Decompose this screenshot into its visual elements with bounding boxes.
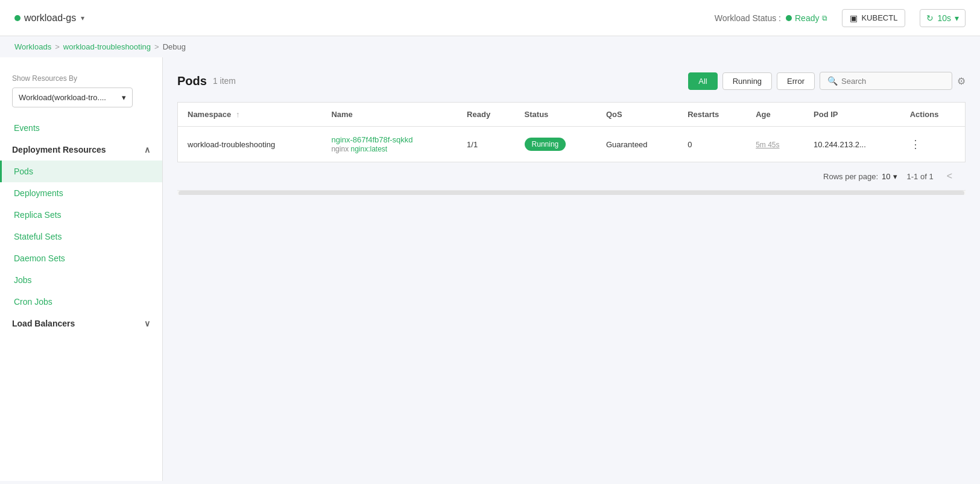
scrollbar-track[interactable] [179, 191, 964, 195]
cell-actions: ⋮ [900, 127, 966, 162]
sidebar-item-deployments[interactable]: Deployments [0, 182, 162, 204]
pods-title: Pods 1 item [177, 74, 236, 88]
breadcrumb-workload-name[interactable]: workload-troubleshooting [63, 42, 151, 51]
breadcrumb-current: Debug [163, 42, 186, 51]
workload-status-container: Workload Status : Ready ⧉ [715, 13, 828, 23]
pod-name-cell: nginx-867f4fb78f-sqkkd nginx nginx:lates… [331, 135, 447, 153]
pod-name-link[interactable]: nginx-867f4fb78f-sqkkd [331, 135, 413, 144]
refresh-interval: 10s [937, 13, 951, 23]
pods-table-body: workload-troubleshooting nginx-867f4fb78… [178, 127, 966, 162]
filter-select-value: Workload(workload-tro.... [19, 93, 106, 102]
sidebar-replica-sets-label: Replica Sets [14, 210, 62, 220]
sidebar-events-label: Events [14, 123, 40, 133]
page-info: 1-1 of 1 [907, 172, 934, 181]
filter-select[interactable]: Workload(workload-tro.... ▾ [12, 88, 133, 107]
col-qos: QoS [596, 103, 678, 127]
sidebar-stateful-sets-label: Stateful Sets [14, 232, 62, 241]
rows-per-page-label: Rows per page: [823, 172, 878, 181]
chevron-down-icon: ▾ [81, 14, 84, 22]
status-ready-text: Ready [795, 13, 819, 23]
sidebar-item-replica-sets[interactable]: Replica Sets [0, 204, 162, 226]
pods-table-head: Namespace ↑ Name Ready Status QoS Restar… [178, 103, 966, 127]
filter-select-chevron: ▾ [122, 93, 126, 102]
status-ready-dot [786, 15, 792, 21]
terminal-icon: ▣ [850, 13, 858, 23]
sidebar-deployments-label: Deployments [14, 188, 63, 198]
col-restarts: Restarts [678, 103, 746, 127]
refresh-icon: ↻ [926, 13, 934, 23]
pagination: Rows per page: 10 ▾ 1-1 of 1 < [177, 162, 966, 190]
scrollbar-area[interactable] [177, 190, 966, 195]
sidebar: Show Resources By Workload(workload-tro.… [0, 57, 163, 481]
col-actions: Actions [900, 103, 966, 127]
refresh-chevron-icon: ▾ [955, 13, 959, 23]
search-icon: 🔍 [827, 76, 838, 86]
workload-selector[interactable]: workload-gs ▾ [14, 13, 84, 24]
top-bar-left: workload-gs ▾ [14, 13, 84, 24]
kubectl-button[interactable]: ▣ KUBECTL [842, 9, 905, 27]
settings-icon[interactable]: ⚙ [957, 75, 966, 87]
col-name: Name [321, 103, 457, 127]
filter-running-button[interactable]: Running [722, 72, 772, 90]
sort-namespace-icon[interactable]: ↑ [236, 110, 240, 119]
search-box: 🔍 [820, 72, 952, 90]
filter-box: Show Resources By Workload(workload-tro.… [0, 67, 162, 117]
pods-table: Namespace ↑ Name Ready Status QoS Restar… [177, 102, 966, 162]
cell-pod-ip: 10.244.213.2... [804, 127, 900, 162]
load-balancers-label: Load Balancers [12, 319, 75, 328]
workload-name: workload-gs [24, 13, 76, 24]
sidebar-item-daemon-sets[interactable]: Daemon Sets [0, 247, 162, 269]
main-layout: Show Resources By Workload(workload-tro.… [0, 57, 980, 481]
cell-name: nginx-867f4fb78f-sqkkd nginx nginx:lates… [321, 127, 457, 162]
rows-per-page-value: 10 [882, 172, 890, 181]
table-row: workload-troubleshooting nginx-867f4fb78… [178, 127, 966, 162]
collapse-icon: ∧ [144, 145, 150, 154]
pods-count: 1 item [213, 76, 236, 86]
ready-value: 1/1 [467, 140, 478, 149]
breadcrumb-sep-1: > [55, 42, 60, 51]
rows-select-chevron: ▾ [893, 172, 897, 181]
refresh-button[interactable]: ↻ 10s ▾ [920, 9, 966, 27]
sidebar-item-pods[interactable]: Pods [0, 161, 162, 182]
table-header-row: Namespace ↑ Name Ready Status QoS Restar… [178, 103, 966, 127]
col-age: Age [746, 103, 804, 127]
sidebar-load-balancers-header[interactable]: Load Balancers ∨ [0, 313, 162, 334]
kubectl-label: KUBECTL [861, 13, 897, 22]
col-namespace: Namespace ↑ [178, 103, 322, 127]
search-input[interactable] [841, 77, 944, 86]
rows-per-page: Rows per page: 10 ▾ [823, 172, 897, 181]
pods-heading: Pods [177, 74, 207, 88]
expand-icon: ∨ [144, 319, 150, 328]
page-prev-button[interactable]: < [943, 170, 956, 183]
workload-status-dot [14, 15, 21, 21]
namespace-value: workload-troubleshooting [188, 140, 275, 149]
col-ready: Ready [457, 103, 514, 127]
pod-image-prefix: nginx [331, 145, 350, 153]
pods-header: Pods 1 item All Running Error 🔍 ⚙ [177, 72, 966, 90]
filter-all-button[interactable]: All [688, 72, 717, 90]
cell-age: 5m 45s [746, 127, 804, 162]
top-bar: workload-gs ▾ Workload Status : Ready ⧉ … [0, 0, 980, 36]
deployment-resources-label: Deployment Resources [12, 145, 106, 154]
pods-filters: All Running Error 🔍 ⚙ [688, 72, 966, 90]
actions-menu-button[interactable]: ⋮ [910, 138, 921, 150]
sidebar-item-cron-jobs[interactable]: Cron Jobs [0, 291, 162, 313]
breadcrumb: Workloads > workload-troubleshooting > D… [0, 36, 980, 57]
sidebar-item-events[interactable]: Events [0, 117, 162, 139]
pod-ip-value: 10.244.213.2... [814, 140, 866, 149]
content-area: Pods 1 item All Running Error 🔍 ⚙ Namesp… [163, 57, 980, 481]
sidebar-deployment-resources-header[interactable]: Deployment Resources ∧ [0, 139, 162, 161]
sidebar-item-stateful-sets[interactable]: Stateful Sets [0, 226, 162, 247]
top-bar-right: Workload Status : Ready ⧉ ▣ KUBECTL ↻ 10… [715, 9, 966, 27]
age-value[interactable]: 5m 45s [756, 141, 779, 149]
rows-per-page-select[interactable]: 10 ▾ [882, 172, 897, 181]
qos-value: Guaranteed [606, 140, 648, 149]
filter-error-button[interactable]: Error [777, 72, 815, 90]
sidebar-item-jobs[interactable]: Jobs [0, 269, 162, 291]
sidebar-jobs-label: Jobs [14, 275, 32, 285]
breadcrumb-sep-2: > [154, 42, 159, 51]
sidebar-cron-jobs-label: Cron Jobs [14, 297, 52, 307]
breadcrumb-workloads[interactable]: Workloads [14, 42, 51, 51]
external-link-icon[interactable]: ⧉ [822, 14, 827, 22]
sidebar-pods-label: Pods [14, 167, 33, 176]
